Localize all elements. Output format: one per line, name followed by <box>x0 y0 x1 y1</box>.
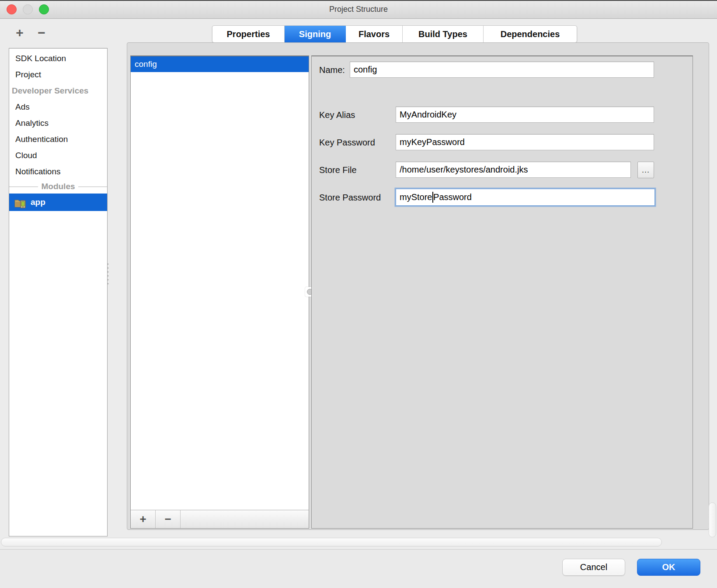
separator-line <box>78 187 107 187</box>
key-alias-input[interactable] <box>396 107 654 123</box>
modules-header: Modules <box>38 182 78 191</box>
sidebar-modules-separator: Modules <box>9 180 107 194</box>
config-remove-button[interactable]: − <box>156 510 181 528</box>
footer: Cancel OK <box>0 550 717 588</box>
module-folder-icon <box>14 197 27 208</box>
horizontal-scrollbar[interactable] <box>1 538 662 546</box>
sidebar-panel: SDK Location Project Developer Services … <box>9 48 108 536</box>
key-password-label: Key Password <box>319 136 375 149</box>
sidebar-add-button[interactable]: + <box>12 25 27 40</box>
store-password-value-before-caret: myStore <box>400 192 432 202</box>
store-password-input[interactable]: myStore Password <box>396 189 655 206</box>
cancel-button[interactable]: Cancel <box>562 559 625 576</box>
sidebar-item-authentication[interactable]: Authentication <box>9 131 107 147</box>
tab-dependencies[interactable]: Dependencies <box>484 26 577 42</box>
key-password-input[interactable] <box>396 134 654 150</box>
name-label: Name: <box>319 64 345 76</box>
sidebar-resize-handle[interactable] <box>106 262 110 287</box>
sidebar-item-project[interactable]: Project <box>9 66 107 83</box>
tab-build-types[interactable]: Build Types <box>403 26 484 42</box>
sidebar-item-app-label: app <box>31 194 45 211</box>
sidebar-item-app[interactable]: app <box>9 194 107 211</box>
store-file-input[interactable] <box>396 162 631 178</box>
sidebar-item-analytics[interactable]: Analytics <box>9 115 107 131</box>
name-input[interactable] <box>350 62 654 78</box>
sidebar-remove-button[interactable]: − <box>34 25 49 40</box>
separator-line <box>9 187 38 187</box>
store-password-value-after-caret: Password <box>433 192 472 202</box>
config-list-item[interactable]: config <box>131 56 309 72</box>
tab-properties[interactable]: Properties <box>212 26 285 42</box>
project-structure-dialog: Project Structure + − SDK Location Proje… <box>0 0 717 588</box>
sidebar-item-notifications[interactable]: Notifications <box>9 163 107 180</box>
signing-form-panel <box>311 55 693 529</box>
store-file-label: Store File <box>319 164 357 176</box>
config-add-button[interactable]: + <box>131 510 156 528</box>
sidebar-group-developer-services: Developer Services <box>9 83 107 99</box>
tab-bar: Properties Signing Flavors Build Types D… <box>212 25 577 43</box>
titlebar: Project Structure <box>0 0 717 19</box>
window-title: Project Structure <box>0 0 717 18</box>
signing-config-list: config + − <box>130 55 309 529</box>
key-alias-label: Key Alias <box>319 109 355 121</box>
tab-signing[interactable]: Signing <box>285 26 346 42</box>
sidebar-item-ads[interactable]: Ads <box>9 99 107 115</box>
ok-button[interactable]: OK <box>637 559 700 576</box>
sidebar-item-cloud[interactable]: Cloud <box>9 147 107 163</box>
store-file-browse-button[interactable]: ... <box>637 162 654 178</box>
config-list-toolbar: + − <box>131 510 309 528</box>
vertical-scrollbar[interactable] <box>709 502 716 537</box>
tab-flavors[interactable]: Flavors <box>346 26 403 42</box>
store-password-label: Store Password <box>319 191 381 204</box>
toolbar-filler <box>181 510 309 528</box>
sidebar-item-sdk-location[interactable]: SDK Location <box>9 50 107 66</box>
